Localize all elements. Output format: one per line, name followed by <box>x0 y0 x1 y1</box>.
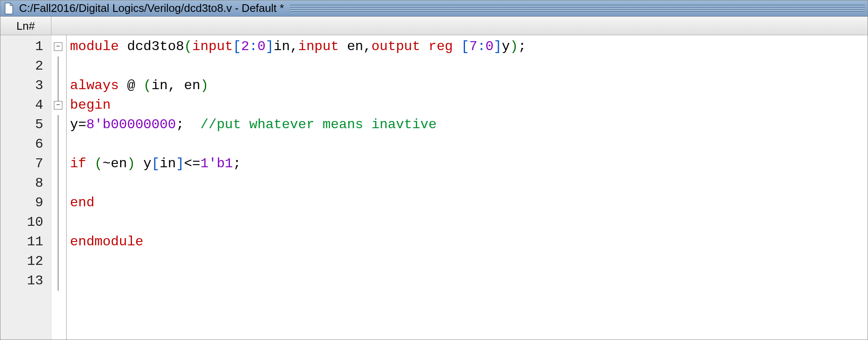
number: 0 <box>485 39 493 54</box>
code-line[interactable] <box>70 213 868 232</box>
code-line[interactable]: if (~en) y[in]<=1'b1; <box>70 154 868 174</box>
keyword: input <box>298 39 339 54</box>
fold-guide <box>58 252 59 271</box>
title-bar: C:/Fall2016/Digital Logics/Verilog/dcd3t… <box>0 0 868 17</box>
colon: : <box>477 39 485 54</box>
code-content[interactable]: module dcd3to8(input[2:0]in,input en,out… <box>67 35 868 340</box>
operator: @ <box>127 78 135 93</box>
keyword: begin <box>70 97 111 113</box>
code-line[interactable] <box>70 56 868 76</box>
fold-guide <box>58 193 59 213</box>
fold-guide <box>58 232 59 252</box>
line-number: 1 <box>0 37 51 56</box>
bracket: ] <box>176 156 184 171</box>
document-icon <box>3 3 15 14</box>
identifier: y <box>502 39 510 54</box>
line-number: 11 <box>0 232 51 252</box>
fold-guide <box>58 213 59 232</box>
code-line[interactable]: always @ (in, en) <box>70 76 868 96</box>
operator: <= <box>184 156 200 171</box>
code-line[interactable] <box>70 252 868 271</box>
editor-window: C:/Fall2016/Digital Logics/Verilog/dcd3t… <box>0 0 868 340</box>
comma: , <box>290 39 298 54</box>
line-number: 12 <box>0 252 51 271</box>
identifier: y <box>143 156 151 171</box>
fold-guide <box>58 135 59 154</box>
identifier: y <box>70 117 78 132</box>
keyword: end <box>70 195 95 211</box>
title-bar-grip <box>290 5 865 12</box>
bracket: [ <box>461 39 469 54</box>
paren: ) <box>200 78 208 93</box>
keyword: output <box>372 39 420 54</box>
colon: : <box>249 39 257 54</box>
semicolon: ; <box>176 117 184 132</box>
identifier: dcd3to8 <box>127 39 184 54</box>
line-number: 7 <box>0 154 51 174</box>
line-number: 10 <box>0 213 51 232</box>
code-line[interactable]: begin <box>70 96 868 115</box>
window-title: C:/Fall2016/Digital Logics/Verilog/dcd3t… <box>19 2 284 15</box>
keyword: module <box>70 39 119 54</box>
paren: ) <box>510 39 518 54</box>
identifier: in <box>151 78 168 93</box>
fold-column: − − <box>51 35 67 340</box>
keyword: endmodule <box>70 234 143 250</box>
identifier: en <box>111 156 127 171</box>
line-number-gutter: 1 2 3 4 5 6 7 8 9 10 11 12 13 <box>0 35 51 340</box>
line-number-header: Ln# <box>0 17 51 35</box>
code-line[interactable]: end <box>70 193 868 213</box>
identifier: in <box>274 39 290 54</box>
column-header-row: Ln# <box>0 17 868 35</box>
code-line[interactable] <box>70 271 868 291</box>
code-line[interactable]: module dcd3to8(input[2:0]in,input en,out… <box>70 37 868 56</box>
paren: ( <box>184 39 192 54</box>
fold-toggle-icon[interactable]: − <box>54 42 62 51</box>
line-number: 2 <box>0 56 51 76</box>
fold-guide <box>58 76 59 96</box>
identifier: in <box>160 156 176 171</box>
fold-toggle-icon[interactable]: − <box>54 101 62 110</box>
operator: ~ <box>103 156 111 171</box>
semicolon: ; <box>518 39 526 54</box>
operator: = <box>78 117 86 132</box>
bracket: [ <box>233 39 241 54</box>
line-number: 4 <box>0 96 51 115</box>
editor-area[interactable]: 1 2 3 4 5 6 7 8 9 10 11 12 13 − − <box>0 35 868 340</box>
keyword: input <box>192 39 233 54</box>
line-number: 5 <box>0 115 51 135</box>
number: 2 <box>241 39 249 54</box>
fold-guide <box>58 56 59 76</box>
comma: , <box>168 78 176 93</box>
number: 0 <box>258 39 266 54</box>
bracket: ] <box>494 39 502 54</box>
paren: ) <box>127 156 135 171</box>
bracket: [ <box>151 156 160 171</box>
code-line[interactable] <box>70 174 868 193</box>
keyword: reg <box>428 39 453 54</box>
fold-guide <box>58 115 59 135</box>
identifier: en <box>347 39 363 54</box>
fold-guide <box>58 96 59 101</box>
identifier: en <box>184 78 200 93</box>
comment: //put whatever means inavtive <box>200 117 437 132</box>
paren: ( <box>143 78 151 93</box>
keyword: always <box>70 78 119 93</box>
keyword: if <box>70 156 86 171</box>
literal: 8'b00000000 <box>86 117 176 132</box>
fold-guide <box>58 271 59 291</box>
line-number: 3 <box>0 76 51 96</box>
paren: ( <box>95 156 103 171</box>
semicolon: ; <box>233 156 241 171</box>
code-line[interactable]: y=8'b00000000; //put whatever means inav… <box>70 115 868 135</box>
literal: 1'b1 <box>200 156 233 171</box>
code-header <box>51 17 868 35</box>
line-number: 9 <box>0 193 51 213</box>
code-line[interactable]: endmodule <box>70 232 868 252</box>
bracket: ] <box>266 39 274 54</box>
fold-guide <box>58 174 59 193</box>
fold-guide <box>58 154 59 174</box>
line-number: 13 <box>0 271 51 291</box>
line-number: 6 <box>0 135 51 154</box>
code-line[interactable] <box>70 135 868 154</box>
